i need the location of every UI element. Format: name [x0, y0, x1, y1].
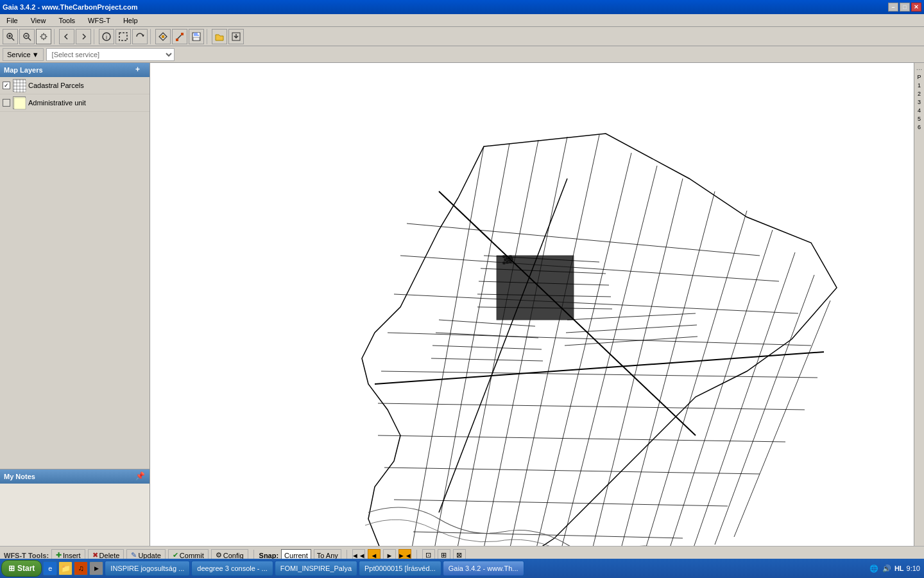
right-label-4[interactable]: 4	[918, 107, 921, 114]
menu-wfst[interactable]: WFS-T	[84, 15, 114, 26]
tray-volume-icon[interactable]: 🔊	[882, 563, 892, 574]
main-toolbar: i	[0, 27, 924, 46]
svg-rect-12	[162, 35, 164, 38]
close-button[interactable]: ✕	[911, 3, 921, 12]
layer-checkbox-cadastral[interactable]: ✓	[3, 82, 10, 89]
right-label-p[interactable]: P	[917, 73, 921, 81]
zoom-out-button[interactable]	[19, 29, 35, 44]
svg-line-45	[503, 135, 599, 546]
svg-line-50	[641, 211, 747, 546]
svg-line-67	[565, 337, 697, 346]
svg-rect-7	[42, 35, 46, 39]
layer-item-admin[interactable]: Administrative unit	[0, 94, 150, 112]
edit-vertex-button[interactable]	[155, 29, 171, 44]
svg-rect-18	[198, 33, 200, 35]
start-button[interactable]: ⊞ Start	[1, 560, 42, 577]
taskbar-item-deegree[interactable]: deegree 3 console - ...	[191, 561, 273, 576]
svg-line-31	[407, 223, 760, 256]
svg-rect-71	[503, 256, 505, 258]
menu-bar: File View Tools WFS-T Help	[0, 14, 924, 27]
layer-thumb-cadastral	[13, 79, 26, 92]
svg-line-36	[378, 403, 805, 410]
title-bar: Gaia 3.4.2 - www.TheCarbonProject.com – …	[0, 0, 924, 14]
svg-line-37	[378, 435, 785, 442]
layer-list: ✓ Cadastral Parcels Administrative unit	[0, 77, 150, 112]
notes-panel: My Notes 📌	[0, 469, 150, 546]
svg-line-61	[439, 320, 535, 326]
open-button[interactable]	[212, 29, 227, 44]
edit-line-button[interactable]	[172, 29, 187, 44]
zoom-in-button[interactable]	[3, 29, 18, 44]
refresh-button[interactable]	[132, 29, 148, 44]
taskbar-clock: 9:10	[907, 565, 920, 572]
info-button[interactable]: i	[99, 29, 114, 44]
layer-item-cadastral[interactable]: ✓ Cadastral Parcels	[0, 77, 150, 94]
back-button[interactable]	[59, 29, 74, 44]
layer-checkbox-admin[interactable]	[3, 99, 10, 107]
tray-network-icon[interactable]: 🌐	[869, 563, 879, 574]
svg-line-65	[567, 313, 696, 320]
svg-rect-73	[509, 256, 511, 258]
svg-line-68	[439, 191, 696, 435]
taskbar-ie-icon[interactable]: e	[43, 561, 57, 575]
forward-button[interactable]	[76, 29, 91, 44]
right-label-3[interactable]: 3	[918, 98, 921, 106]
taskbar-music-icon[interactable]: ♫	[74, 561, 88, 575]
svg-rect-76	[511, 258, 513, 260]
pan-button[interactable]	[36, 29, 51, 44]
taskbar: ⊞ Start e 📁 ♫ ▶ INSPIRE jogosultság ... …	[0, 559, 924, 578]
right-label-2[interactable]: 2	[918, 90, 921, 98]
taskbar-item-inspire[interactable]: INSPIRE jogosultság ...	[105, 561, 190, 576]
taskbar-folder-icon[interactable]: 📁	[58, 561, 73, 575]
taskbar-extra-icon[interactable]: ▶	[89, 561, 103, 575]
minimize-button[interactable]: –	[888, 3, 898, 12]
dropdown-arrow-icon: ▼	[32, 51, 39, 58]
svg-line-69	[439, 179, 567, 512]
menu-help[interactable]: Help	[119, 15, 142, 26]
svg-line-42	[429, 143, 509, 546]
window-controls: – □ ✕	[888, 3, 921, 12]
taskbar-system-tray: 🌐 🔊 HL 9:10	[869, 563, 923, 574]
menu-file[interactable]: File	[3, 15, 22, 26]
right-label-5[interactable]: 5	[918, 115, 921, 123]
export-button[interactable]	[228, 29, 244, 44]
svg-rect-79	[509, 261, 511, 263]
svg-line-64	[431, 358, 543, 361]
svg-rect-10	[119, 33, 127, 40]
save-button[interactable]	[189, 29, 204, 44]
select-button[interactable]	[116, 29, 131, 44]
layer-thumb-admin	[13, 96, 26, 109]
notes-panel-title: My Notes	[4, 473, 35, 480]
svg-rect-78	[506, 261, 508, 263]
svg-line-63	[432, 346, 542, 349]
right-label-1[interactable]: 1	[918, 82, 921, 89]
tray-lang[interactable]: HL	[894, 565, 904, 572]
taskbar-item-gaia[interactable]: Gaia 3.4.2 - www.Th...	[443, 561, 524, 576]
taskbar-item-ppt[interactable]: Ppt0000015 [Írásvéd...	[359, 561, 441, 576]
notes-panel-header: My Notes 📌	[0, 469, 150, 484]
right-dots[interactable]: …	[916, 64, 923, 71]
svg-line-1	[12, 38, 14, 40]
notes-content-area	[0, 484, 150, 546]
maximize-button[interactable]: □	[900, 3, 910, 12]
svg-rect-77	[503, 262, 505, 264]
map-area[interactable]	[150, 63, 914, 546]
map-svg	[150, 63, 914, 546]
svg-line-49	[615, 191, 715, 546]
menu-tools[interactable]: Tools	[55, 15, 79, 26]
pin-icon[interactable]: 📌	[135, 471, 146, 482]
add-layer-icon[interactable]: +	[135, 65, 146, 75]
svg-line-62	[436, 333, 538, 338]
service-select[interactable]: [Select service]	[46, 48, 175, 61]
svg-rect-72	[506, 257, 508, 259]
svg-line-70	[375, 352, 824, 384]
menu-view[interactable]: View	[27, 15, 50, 26]
layers-panel-header: Map Layers +	[0, 63, 150, 77]
service-button[interactable]: Service ▼	[3, 48, 44, 61]
wfst-tools-label: WFS-T Tools:	[4, 552, 49, 559]
right-panel: … P 1 2 3 4 5 6	[914, 63, 924, 546]
right-label-6[interactable]: 6	[918, 123, 921, 131]
window-title: Gaia 3.4.2 - www.TheCarbonProject.com	[3, 3, 137, 11]
svg-rect-74	[504, 259, 506, 261]
taskbar-item-fomi[interactable]: FOMI_INSPIRE_Palya	[275, 561, 357, 576]
